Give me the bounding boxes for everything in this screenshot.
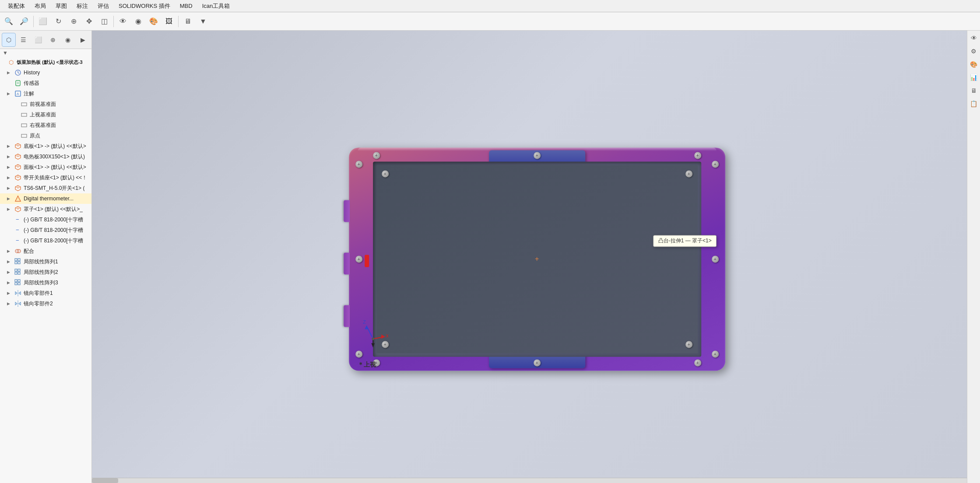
svg-line-19 — [18, 155, 21, 157]
svg-point-70 — [372, 337, 374, 340]
model-area: 凸台-拉伸1 — 罩子<1> Z X Y ＊上视 — [349, 147, 725, 375]
tree-item-part3[interactable]: ▶面板<1> -> (默认) <<默认> — [0, 162, 91, 172]
tree-label-part9: (-) GB/T 818-2000[十字槽 — [24, 227, 84, 234]
tree-arrow-part1: ▶ — [7, 144, 12, 148]
tree-item-mate[interactable]: ▶配合 — [0, 246, 91, 256]
left-tab-3 — [344, 305, 350, 327]
tree-icon-part2 — [14, 153, 22, 161]
tree-item-mirror2[interactable]: ▶镜向零部件2 — [0, 298, 91, 309]
scroll-thumb[interactable] — [92, 478, 118, 483]
menu-item-annotation[interactable]: 标注 — [72, 1, 92, 11]
filter-icon[interactable]: ▼ — [3, 50, 8, 56]
tree-label-history: History — [24, 70, 40, 76]
sidebar-tab-display[interactable]: ⊕ — [46, 33, 60, 47]
monitor-btn[interactable]: 🖥 — [181, 14, 195, 28]
bottom-scrollbar[interactable] — [92, 478, 967, 483]
sidebar-tab-appearance[interactable]: ◉ — [61, 33, 75, 47]
tree-arrow-part5: ▶ — [7, 186, 12, 190]
svg-line-36 — [15, 208, 18, 209]
svg-marker-56 — [15, 292, 17, 294]
tree-item-part6[interactable]: ▶!Digital thermometer... — [0, 193, 91, 204]
tree-label-pattern1: 局部线性阵列1 — [24, 258, 58, 266]
render-btn[interactable]: 🎨 — [147, 14, 161, 28]
section-btn[interactable]: ◫ — [97, 14, 111, 28]
tree-arrow-pattern1: ▶ — [7, 259, 12, 264]
tree-item-pattern2[interactable]: ▶局部线性阵列2 — [0, 267, 91, 277]
tree-arrow-part4: ▶ — [7, 175, 12, 180]
tree-item-part2[interactable]: ▶电热板300X150<1> (默认) — [0, 151, 91, 162]
right-btn-chart[interactable]: 📊 — [968, 72, 980, 83]
menu-item-assembly[interactable]: 装配体 — [4, 1, 29, 11]
menu-item-sketch[interactable]: 草图 — [51, 1, 71, 11]
svg-line-26 — [15, 176, 18, 178]
more-btn[interactable]: ▼ — [196, 14, 210, 28]
tree-container: ▶History传感器▶A注解前视基准面上视基准面右视基准面原点▶底板<1> -… — [0, 67, 91, 309]
tree-item-part4[interactable]: ▶带开关插座<1> (默认) <<！ — [0, 172, 91, 183]
sidebar-tab-config[interactable]: ⬜ — [32, 33, 46, 47]
tooltip-box: 凸台-拉伸1 — 罩子<1> — [653, 235, 717, 247]
menu-item-ican[interactable]: Ican工具箱 — [198, 1, 235, 11]
svg-rect-8 — [21, 103, 27, 106]
search-btn[interactable]: 🔍 — [2, 14, 16, 28]
tree-label-front-plane: 前视基准面 — [30, 101, 56, 108]
svg-line-2 — [18, 73, 19, 74]
left-tab-2 — [344, 252, 350, 274]
tree-item-part1[interactable]: ▶底板<1> -> (默认) <<默认> — [0, 141, 91, 151]
pan-btn[interactable]: ✥ — [82, 14, 96, 28]
display2-btn[interactable]: ◉ — [131, 14, 145, 28]
tree-item-part8[interactable]: −(-) GB/T 818-2000[十字槽 — [0, 214, 91, 225]
svg-rect-9 — [21, 113, 27, 116]
tree-label-mirror1: 镜向零部件1 — [24, 290, 53, 297]
tree-item-pattern1[interactable]: ▶局部线性阵列1 — [0, 256, 91, 267]
tree-icon-mate — [14, 247, 22, 255]
display-btn[interactable]: 👁 — [116, 14, 130, 28]
right-btn-clipboard[interactable]: 📋 — [968, 98, 980, 109]
tree-label-right-plane: 右视基准面 — [30, 122, 56, 129]
tree-item-history[interactable]: ▶History — [0, 67, 91, 78]
tree-item-pattern3[interactable]: ▶局部线性阵列3 — [0, 277, 91, 288]
menu-item-mbd[interactable]: MBD — [176, 1, 197, 10]
sidebar-tab-more[interactable]: ▶ — [76, 33, 90, 47]
tree-item-sensor[interactable]: 传感器 — [0, 78, 91, 88]
right-btn-monitor[interactable]: 🖥 — [968, 85, 980, 96]
tree-item-part5[interactable]: ▶TS6-SMT_H-5.0开关<1> ( — [0, 183, 91, 193]
svg-rect-11 — [21, 134, 27, 137]
viewport[interactable]: 凸台-拉伸1 — 罩子<1> Z X Y ＊上视 — [92, 31, 967, 483]
tree-item-origin[interactable]: 原点 — [0, 130, 91, 141]
tree-item-part7[interactable]: ▶罩子<1> (默认) <<默认>_ — [0, 204, 91, 214]
tree-arrow-mirror2: ▶ — [7, 301, 12, 306]
crosshair — [534, 256, 541, 262]
svg-rect-48 — [18, 269, 20, 271]
right-btn-gear[interactable]: ⚙ — [968, 46, 980, 57]
right-btn-color[interactable]: 🎨 — [968, 59, 980, 70]
menu-item-solidworks[interactable]: SOLIDWORKS 插件 — [114, 1, 175, 11]
sidebar-tab-tree[interactable]: ⬡ — [2, 33, 16, 47]
right-btn-eye[interactable]: 👁 — [968, 32, 980, 44]
tree-item-front-plane[interactable]: 前视基准面 — [0, 99, 91, 109]
tree-item-right-plane[interactable]: 右视基准面 — [0, 120, 91, 130]
screw-left-mid — [355, 256, 362, 262]
tree-item-note[interactable]: ▶A注解 — [0, 88, 91, 99]
tree-item-part10[interactable]: −(-) GB/T 818-2000[十字槽 — [0, 235, 91, 246]
menu-item-layout[interactable]: 布局 — [30, 1, 50, 11]
tree-label-part5: TS6-SMT_H-5.0开关<1> ( — [24, 185, 84, 192]
search2-btn[interactable]: 🔎 — [17, 14, 31, 28]
tree-arrow-note: ▶ — [7, 91, 12, 96]
sidebar-tab-property[interactable]: ☰ — [17, 33, 31, 47]
menu-item-evaluate[interactable]: 评估 — [93, 1, 113, 11]
view3d-btn[interactable]: ⬜ — [36, 14, 50, 28]
realview-btn[interactable]: 🖼 — [162, 14, 176, 28]
tree-item-part9[interactable]: −(-) GB/T 818-2000[十字槽 — [0, 225, 91, 235]
tree-label-part3: 面板<1> -> (默认) <<默认> — [24, 164, 86, 171]
zoom-btn[interactable]: ⊕ — [67, 14, 81, 28]
tree-item-mirror1[interactable]: ▶镜向零部件1 — [0, 288, 91, 298]
rotate-btn[interactable]: ↻ — [51, 14, 65, 28]
tree-item-top-plane[interactable]: 上视基准面 — [0, 109, 91, 120]
svg-text:Y: Y — [372, 344, 374, 347]
tree-root-item[interactable]: ⬡ 饭菜加热板 (默认) <显示状态-3 — [0, 57, 91, 67]
right-panel: 👁 ⚙ 🎨 📊 🖥 📋 — [967, 31, 980, 483]
toolbar: 🔍 🔎 ⬜ ↻ ⊕ ✥ ◫ 👁 ◉ 🎨 🖼 🖥 ▼ — [0, 12, 980, 31]
tree-arrow-history: ▶ — [7, 70, 12, 75]
inner-screw-br — [685, 341, 692, 348]
root-icon: ⬡ — [7, 58, 15, 66]
